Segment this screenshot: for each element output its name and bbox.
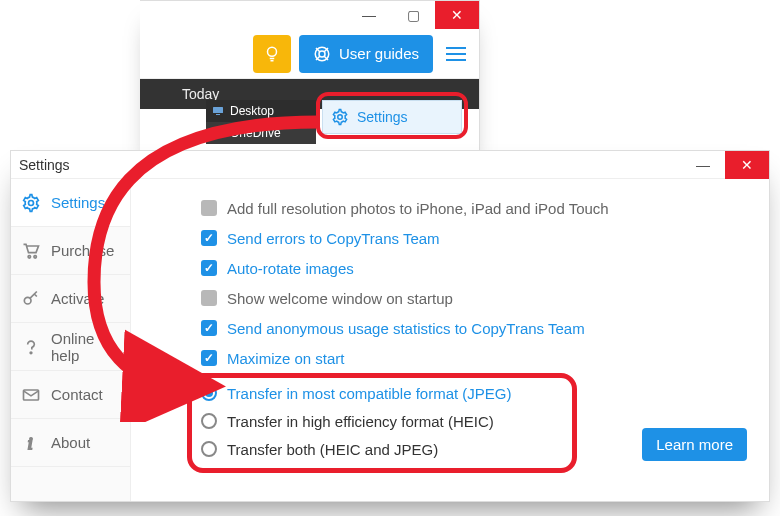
location-label: OneDrive: [230, 126, 281, 140]
info-icon: i: [21, 433, 41, 453]
radio-label: Transfer in most compatible format (JPEG…: [227, 385, 512, 402]
checkbox-label: Auto-rotate images: [227, 260, 354, 277]
svg-point-8: [34, 255, 37, 258]
learn-more-button[interactable]: Learn more: [642, 428, 747, 461]
svg-rect-4: [216, 114, 220, 115]
learn-more-label: Learn more: [656, 436, 733, 453]
minimize-button[interactable]: —: [681, 151, 725, 179]
checkbox-label: Show welcome window on startup: [227, 290, 453, 307]
checkbox-icon: ✓: [201, 320, 217, 336]
checkbox-label: Maximize on start: [227, 350, 345, 367]
parent-toolbar: User guides: [140, 29, 479, 79]
sidebar-item-label: Contact: [51, 386, 103, 403]
sidebar-item-label: Purchase: [51, 242, 114, 259]
checkbox-full-resolution[interactable]: Add full resolution photos to iPhone, iP…: [201, 193, 757, 223]
gear-icon: [21, 193, 41, 213]
window-title: Settings: [19, 157, 70, 173]
menu-item-label: Settings: [357, 109, 408, 125]
checkbox-welcome-window[interactable]: Show welcome window on startup: [201, 283, 757, 313]
checkbox-icon: ✓: [201, 350, 217, 366]
sidebar-item-online-help[interactable]: Online help: [11, 323, 130, 371]
settings-titlebar: Settings — ✕: [11, 151, 769, 179]
cloud-icon: [212, 127, 224, 139]
sidebar-item-label: Activate: [51, 290, 104, 307]
checkbox-label: Send errors to CopyTrans Team: [227, 230, 440, 247]
radio-icon: [201, 441, 217, 457]
settings-window: Settings — ✕ Settings Purchase: [10, 150, 770, 502]
svg-point-9: [24, 297, 31, 304]
radio-icon: [201, 385, 217, 401]
cart-icon: [21, 241, 41, 261]
checkbox-maximize-start[interactable]: ✓ Maximize on start: [201, 343, 757, 373]
svg-point-5: [338, 115, 343, 120]
sidebar-item-contact[interactable]: Contact: [11, 371, 130, 419]
location-item-desktop[interactable]: Desktop: [206, 100, 316, 122]
checkbox-label: Add full resolution photos to iPhone, iP…: [227, 200, 609, 217]
checkbox-auto-rotate[interactable]: ✓ Auto-rotate images: [201, 253, 757, 283]
checkbox-icon: ✓: [201, 230, 217, 246]
user-guides-label: User guides: [339, 45, 419, 62]
maximize-button[interactable]: ▢: [391, 1, 435, 29]
sidebar-item-settings[interactable]: Settings: [11, 179, 130, 227]
location-label: Desktop: [230, 104, 274, 118]
menu-item-settings[interactable]: Settings: [323, 101, 461, 133]
svg-point-0: [267, 47, 276, 56]
sidebar-item-about[interactable]: i About: [11, 419, 130, 467]
minimize-button[interactable]: —: [347, 1, 391, 29]
sidebar-item-activate[interactable]: Activate: [11, 275, 130, 323]
radio-jpeg[interactable]: Transfer in most compatible format (JPEG…: [201, 379, 757, 407]
close-button[interactable]: ✕: [435, 1, 479, 29]
sidebar-item-label: Settings: [51, 194, 105, 211]
location-item-onedrive[interactable]: OneDrive: [206, 122, 316, 144]
lightbulb-icon: [263, 45, 281, 63]
svg-point-10: [30, 352, 32, 354]
user-guides-button[interactable]: User guides: [299, 35, 433, 73]
location-list: Desktop OneDrive: [206, 100, 316, 144]
mail-icon: [21, 385, 41, 405]
menu-dropdown: Settings: [322, 100, 462, 134]
radio-label: Transfer in high efficiency format (HEIC…: [227, 413, 494, 430]
close-button[interactable]: ✕: [725, 151, 769, 179]
sidebar-item-purchase[interactable]: Purchase: [11, 227, 130, 275]
svg-point-7: [28, 255, 30, 258]
menu-button[interactable]: [441, 39, 471, 69]
checkbox-label: Send anonymous usage statistics to CopyT…: [227, 320, 585, 337]
settings-content: Add full resolution photos to iPhone, iP…: [131, 179, 769, 501]
checkbox-icon: ✓: [201, 260, 217, 276]
key-icon: [21, 289, 41, 309]
checkbox-anonymous-stats[interactable]: ✓ Send anonymous usage statistics to Cop…: [201, 313, 757, 343]
gear-icon: [331, 108, 349, 126]
sidebar-item-label: Online help: [51, 330, 120, 364]
checkbox-icon: [201, 290, 217, 306]
svg-point-6: [29, 200, 34, 205]
tips-button[interactable]: [253, 35, 291, 73]
svg-rect-3: [213, 107, 223, 113]
settings-sidebar: Settings Purchase Activate Online help: [11, 179, 131, 501]
desktop-icon: [212, 105, 224, 117]
svg-point-2: [319, 51, 325, 57]
radio-icon: [201, 413, 217, 429]
sidebar-item-label: About: [51, 434, 90, 451]
question-icon: [21, 337, 41, 357]
checkbox-send-errors[interactable]: ✓ Send errors to CopyTrans Team: [201, 223, 757, 253]
radio-label: Transfer both (HEIC and JPEG): [227, 441, 438, 458]
parent-titlebar: — ▢ ✕: [140, 1, 479, 29]
svg-text:i: i: [28, 433, 33, 452]
lifebuoy-icon: [313, 45, 331, 63]
checkbox-icon: [201, 200, 217, 216]
